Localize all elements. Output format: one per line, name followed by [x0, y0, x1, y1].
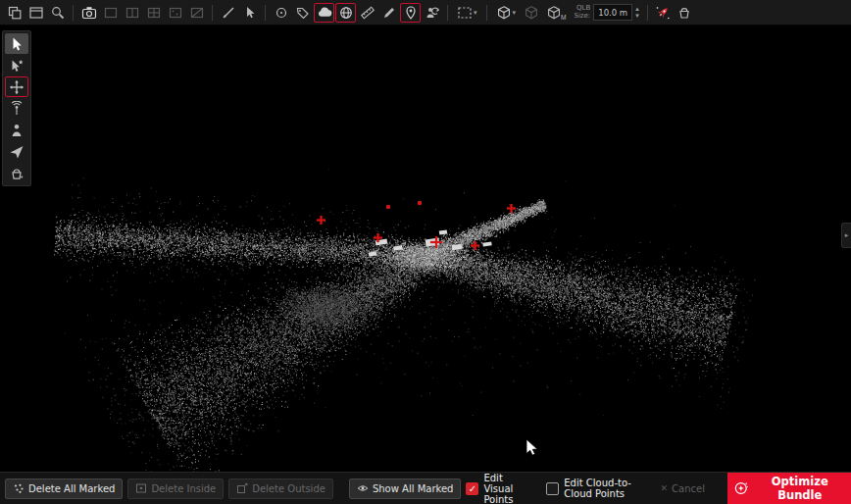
control-point-marker[interactable]: [430, 236, 442, 248]
cube-icon: [496, 5, 512, 21]
pin-toggle[interactable]: [400, 3, 421, 23]
view-single-button[interactable]: [100, 3, 121, 23]
toolbar-separator: [212, 5, 213, 21]
draw-pen-button[interactable]: [378, 3, 399, 23]
bottom-toolbar: Delete All Marked Delete Inside Delete O…: [0, 472, 851, 504]
import-component-button[interactable]: [4, 3, 25, 23]
view-single-icon: [103, 5, 119, 21]
camera-view-button[interactable]: [78, 3, 99, 23]
checkbox-checked-icon: ✓: [466, 482, 478, 495]
view-quad-button[interactable]: [143, 3, 164, 23]
cancel-label: Cancel: [672, 483, 705, 494]
cube-secondary-button[interactable]: [521, 3, 541, 23]
pick-cursor-button[interactable]: [239, 3, 260, 23]
delete-all-marked-button[interactable]: Delete All Marked: [5, 479, 123, 499]
cancel-button[interactable]: ✕ Cancel: [655, 482, 711, 495]
delete-all-marked-label: Delete All Marked: [28, 483, 115, 494]
control-point-marker[interactable]: [507, 204, 516, 213]
delete-outside-button[interactable]: Delete Outside: [228, 479, 333, 499]
window-layout-button[interactable]: [25, 3, 46, 23]
select-marked-cursor-icon: [9, 58, 25, 74]
top-toolbar: ▾ ▾ M QLB Size: 10.0 m ▴ ▾: [0, 0, 851, 25]
caret-down-icon: ▾: [635, 13, 639, 20]
delete-inside-label: Delete Inside: [151, 483, 216, 494]
tags-button[interactable]: [292, 3, 313, 23]
location-pin-icon: [403, 5, 419, 21]
edit-visual-points-label: Edit Visual Points: [483, 473, 530, 504]
paper-plane-icon: [9, 144, 25, 160]
cube-model-button[interactable]: M: [542, 3, 570, 23]
caret-down-icon: ▾: [474, 9, 477, 16]
edit-cloud-to-cloud-checkbox[interactable]: Edit Cloud-to-Cloud Points: [546, 478, 638, 499]
marquee-select-dropdown[interactable]: ▾: [453, 3, 481, 23]
delete-outside-label: Delete Outside: [252, 483, 325, 494]
move-cross-icon: [9, 79, 25, 95]
fill-bucket-button[interactable]: [675, 3, 695, 23]
select-cursor-icon: [9, 36, 25, 52]
delete-all-marked-icon: [13, 482, 25, 494]
optimize-bundle-button[interactable]: Optimize Bundle: [727, 473, 851, 504]
point-cloud-icon: [317, 5, 332, 21]
show-all-marked-label: Show All Marked: [373, 483, 454, 494]
user-reset-button[interactable]: [422, 3, 442, 23]
view-map-button[interactable]: [186, 3, 207, 23]
delete-outside-icon: [236, 482, 248, 494]
delete-inside-icon: [135, 482, 147, 494]
view-quad-icon: [146, 5, 162, 21]
view-split-icon: [125, 5, 140, 21]
control-point-marker[interactable]: [471, 241, 479, 250]
circle-select-button[interactable]: [271, 3, 291, 23]
toolbar-separator: [73, 5, 74, 21]
cube-icon: [524, 5, 539, 21]
paint-bucket-icon: [676, 5, 692, 21]
fly-navigation-tool-button[interactable]: [5, 141, 28, 162]
edit-cloud-to-cloud-label: Edit Cloud-to-Cloud Points: [564, 478, 638, 499]
bottom-right-controls: ✓ Edit Visual Points Edit Cloud-to-Cloud…: [466, 473, 711, 504]
control-point-marker[interactable]: [317, 216, 325, 225]
cube-icon: [546, 5, 562, 21]
pick-cursor-icon: [242, 5, 258, 21]
tags-icon: [295, 5, 311, 21]
circle-select-icon: [274, 5, 289, 21]
edit-visual-points-checkbox[interactable]: ✓ Edit Visual Points: [466, 473, 530, 504]
zoom-region-icon: [50, 5, 66, 21]
control-point-marker[interactable]: [374, 233, 382, 242]
scan-position-tool-button[interactable]: [5, 98, 28, 119]
show-all-marked-button[interactable]: Show All Marked: [349, 479, 462, 499]
person-view-tool-button[interactable]: [5, 120, 28, 140]
pencil-icon: [381, 5, 397, 21]
expander-chevron-icon: ▸: [845, 231, 849, 239]
control-point-marker[interactable]: [418, 201, 422, 205]
view-split-button[interactable]: [122, 3, 142, 23]
toolbar-separator: [486, 5, 487, 21]
view-gallery-button[interactable]: [165, 3, 185, 23]
optimize-rocket-button[interactable]: [653, 3, 674, 23]
move-tool-button[interactable]: [5, 76, 28, 97]
measure-button[interactable]: [357, 3, 377, 23]
toolbar-separator: [265, 5, 266, 21]
toolbar-separator: [447, 5, 448, 21]
cloud-mesh-toggle[interactable]: [335, 3, 356, 23]
marquee-select-icon: [457, 5, 473, 21]
view-gallery-icon: [168, 5, 183, 21]
delete-inside-button[interactable]: Delete Inside: [127, 479, 224, 499]
antenna-icon: [9, 101, 25, 117]
rocket-icon: [655, 5, 671, 21]
select-tool-button[interactable]: [5, 33, 28, 54]
cube-view-dropdown[interactable]: ▾: [492, 3, 521, 23]
view-map-icon: [189, 5, 205, 21]
qlb-size-input[interactable]: 10.0 m: [593, 4, 632, 21]
right-panel-expander[interactable]: ▸: [841, 223, 851, 248]
control-point-marker[interactable]: [386, 205, 390, 209]
scalpel-icon: [221, 5, 236, 21]
scalpel-tool-button[interactable]: [218, 3, 238, 23]
caret-down-icon: ▾: [513, 9, 517, 16]
point-cloud-viewport[interactable]: [0, 0, 851, 504]
select-marked-tool-button[interactable]: [5, 55, 28, 76]
ruler-icon: [360, 5, 375, 21]
classify-bucket-tool-button[interactable]: [5, 163, 28, 183]
qlb-size-control: QLB Size: 10.0 m ▴ ▾: [574, 4, 638, 21]
cloud-points-toggle[interactable]: [314, 3, 334, 23]
qlb-size-stepper[interactable]: ▴ ▾: [635, 6, 639, 20]
zoom-region-button[interactable]: [47, 3, 68, 23]
